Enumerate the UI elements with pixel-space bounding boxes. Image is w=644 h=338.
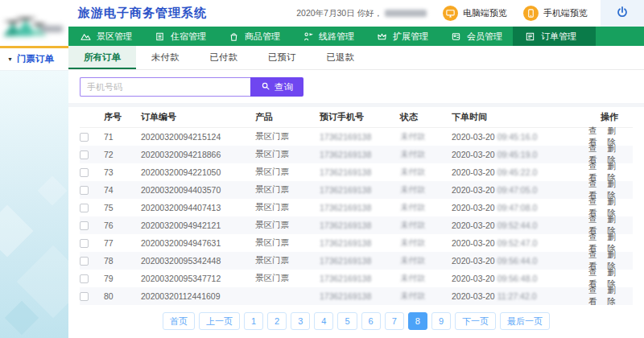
header-right-group: 2020年7月30日 你好， 电脑端预览 手机端预览 [296, 0, 644, 27]
content-panel: 所有订单未付款已付款已预订已退款 查询 序号订单编号产品预订手机号状态下单时间操… [68, 46, 644, 338]
cell-phone-blurred: 17362169138 [320, 150, 400, 159]
nav-item-5[interactable]: 扩展管理 [365, 27, 439, 46]
cell-serial-number: 75 [104, 203, 141, 212]
mobile-preview-button[interactable]: 手机端预览 [523, 6, 588, 21]
order-date: 2020-03-20 [452, 167, 497, 177]
scenic-icon [80, 31, 91, 42]
nav-item-7[interactable]: 订单管理 [513, 27, 596, 46]
row-checkbox[interactable] [80, 221, 89, 230]
tab-1[interactable]: 所有订单 [68, 46, 136, 69]
app-logo [0, 0, 68, 46]
row-checkbox[interactable] [80, 133, 89, 142]
order-status-tabs: 所有订单未付款已付款已预订已退款 [68, 46, 644, 70]
tab-2[interactable]: 未付款 [136, 46, 195, 69]
cell-order-time: 2020-03-20 09:47:08.0 [452, 203, 588, 212]
order-time-blurred: 09:47:08.0 [497, 203, 538, 212]
row-checkbox[interactable] [80, 274, 89, 283]
page-6[interactable]: 6 [361, 312, 381, 330]
cell-status-blurred: 未付款 [400, 149, 452, 160]
page-7[interactable]: 7 [385, 312, 404, 330]
cell-phone-blurred: 17362169138 [320, 203, 400, 212]
sidebar-item-ticket-orders[interactable]: ▼ 门票订单 [0, 48, 68, 71]
member-icon [451, 31, 461, 42]
search-bar: 查询 [68, 70, 644, 103]
page-5[interactable]: 5 [337, 312, 357, 330]
nav-item-3[interactable]: 商品管理 [217, 27, 291, 46]
page-4[interactable]: 4 [314, 312, 333, 330]
order-date: 2020-03-20 [452, 150, 497, 159]
nav-item-1[interactable]: 景区管理 [68, 27, 142, 46]
search-button[interactable]: 查询 [250, 77, 303, 97]
tab-5[interactable]: 已退款 [312, 46, 370, 69]
cell-order-time: 2020-03-20 09:52:47.0 [452, 238, 588, 248]
order-date: 2020-03-20 [452, 221, 497, 230]
pc-preview-label: 电脑端预览 [463, 7, 507, 19]
page-last[interactable]: 最后一页 [500, 312, 550, 330]
column-header: 序号 [104, 111, 141, 123]
order-date: 2020-03-20 [452, 185, 497, 195]
page-1[interactable]: 1 [244, 312, 263, 330]
cell-product: 景区门票 [255, 255, 320, 266]
delete-link[interactable]: 删除 [608, 285, 619, 307]
nav-item-6[interactable]: 会员管理 [439, 27, 513, 46]
row-checkbox[interactable] [80, 186, 89, 195]
phone-search-input[interactable] [80, 77, 250, 97]
row-checkbox[interactable] [80, 239, 89, 248]
cell-order-time: 2020-03-20 09:45:19.0 [452, 150, 588, 159]
cell-order-id: 20200320094947631 [141, 238, 255, 248]
order-time-blurred: 09:52:47.0 [497, 238, 538, 248]
column-header: 下单时间 [452, 111, 588, 123]
row-checkbox[interactable] [80, 204, 89, 212]
top-header: 旅游电子商务管理系统 2020年7月30日 你好， 电脑端预览 手机端预览 [68, 0, 644, 27]
page-next[interactable]: 下一页 [455, 312, 496, 330]
cell-product: 景区门票 [255, 167, 320, 178]
table-row: 7420200320094403570景区门票17362169138未付款202… [80, 181, 633, 199]
app-window: ▼ 门票订单 旅游电子商务管理系统 2020年7月30日 你好， 电脑端预览 [0, 0, 644, 338]
cell-order-time: 2020-03-20 09:45:16.0 [452, 132, 588, 142]
cell-order-time: 2020-03-20 09:47:05.0 [452, 185, 588, 195]
cell-status-blurred: 未付款 [400, 184, 452, 196]
pc-preview-button[interactable]: 电脑端预览 [443, 6, 507, 21]
cell-serial-number: 78 [104, 256, 141, 266]
cell-phone-blurred: 17362169138 [320, 167, 400, 177]
row-checkbox-cell [80, 204, 104, 212]
cell-phone-blurred: 17362169138 [320, 274, 400, 283]
cell-order-id: 20200320094215124 [141, 132, 255, 142]
page-3[interactable]: 3 [291, 312, 310, 330]
view-link[interactable]: 查看 [588, 285, 600, 307]
cell-status-blurred: 未付款 [400, 291, 452, 302]
row-checkbox[interactable] [80, 168, 89, 177]
page-2[interactable]: 2 [267, 312, 287, 330]
page-9[interactable]: 9 [431, 312, 451, 330]
cell-order-time: 2020-03-20 09:56:44.0 [452, 256, 588, 266]
nav-item-label: 住宿管理 [171, 31, 206, 43]
goods-icon [229, 31, 239, 42]
sidebar: ▼ 门票订单 [0, 0, 68, 338]
cell-status-blurred: 未付款 [400, 237, 452, 249]
route-icon [303, 31, 313, 42]
extension-icon [377, 31, 387, 42]
row-checkbox[interactable] [80, 257, 89, 266]
page-first[interactable]: 首页 [163, 312, 195, 330]
page-prev[interactable]: 上一页 [199, 312, 240, 330]
logo-image-blurred [0, 0, 68, 46]
nav-item-2[interactable]: 住宿管理 [142, 27, 217, 46]
cell-product: 景区门票 [255, 273, 320, 284]
cell-order-id: 20200320094407413 [141, 203, 255, 212]
page-8[interactable]: 8 [408, 312, 427, 330]
cell-serial-number: 72 [104, 150, 141, 159]
row-checkbox[interactable] [80, 150, 89, 159]
nav-item-4[interactable]: 线路管理 [291, 27, 365, 46]
tab-3[interactable]: 已付款 [195, 46, 254, 69]
cell-status-blurred: 未付款 [400, 131, 452, 142]
cell-product: 景区门票 [255, 220, 320, 231]
order-date: 2020-03-20 [452, 132, 497, 142]
cell-order-time: 2020-03-20 09:45:22.0 [452, 167, 588, 177]
table-row: 802020032011244160917362169138未付款2020-03… [80, 287, 633, 305]
row-checkbox[interactable] [80, 292, 89, 301]
order-time-blurred: 09:52:44.0 [497, 221, 538, 230]
logout-power-button[interactable] [601, 0, 644, 27]
cell-status-blurred: 未付款 [400, 167, 452, 178]
row-checkbox-cell [80, 168, 104, 177]
tab-4[interactable]: 已预订 [253, 46, 312, 69]
